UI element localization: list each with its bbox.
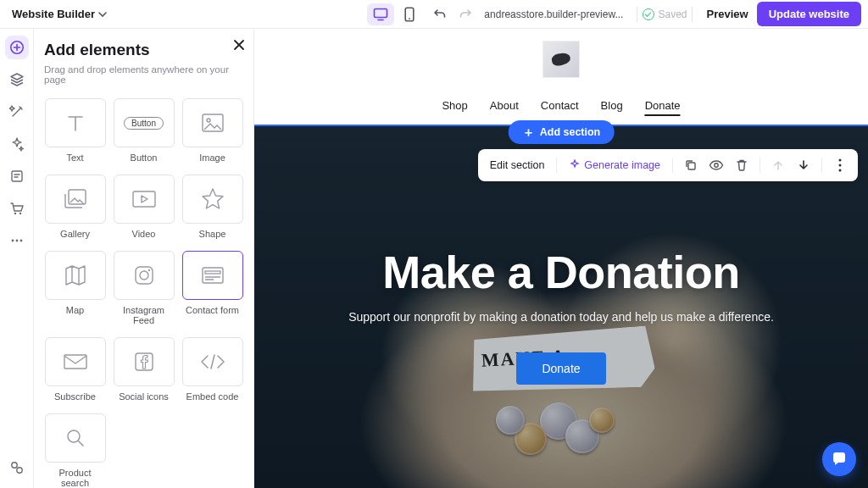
more-rail-button[interactable] — [5, 229, 29, 252]
divider — [692, 7, 693, 22]
arrow-down-icon — [798, 159, 810, 171]
note-icon — [9, 169, 25, 184]
check-icon — [643, 8, 654, 20]
store-rail-button[interactable] — [5, 197, 29, 220]
element-label: Subscribe — [54, 391, 96, 402]
copy-icon — [684, 158, 698, 172]
svg-rect-0 — [375, 8, 387, 17]
search-icon — [64, 426, 87, 450]
mobile-view-button[interactable] — [396, 3, 423, 25]
form-icon — [200, 265, 225, 286]
element-map[interactable] — [45, 251, 106, 300]
element-label: Shape — [199, 229, 226, 239]
duplicate-button[interactable] — [680, 154, 702, 176]
chat-icon — [831, 451, 848, 468]
move-up-button[interactable] — [767, 154, 789, 176]
trash-icon — [736, 158, 748, 172]
site-header[interactable]: Shop About Contact Blog Donate — [254, 29, 868, 126]
top-bar: Website Builder andreasstore.builder-pre… — [0, 0, 868, 29]
sections-rail-button[interactable] — [5, 68, 29, 92]
nav-item-contact[interactable]: Contact — [541, 99, 579, 116]
element-video[interactable] — [114, 175, 175, 224]
plus-circle-icon — [9, 40, 25, 55]
element-contact-form[interactable] — [182, 251, 243, 300]
element-embed-code[interactable] — [182, 337, 243, 386]
map-icon — [63, 263, 88, 287]
element-image[interactable] — [182, 98, 243, 147]
undo-icon — [433, 8, 447, 21]
styles-rail-button[interactable] — [5, 100, 29, 124]
svg-point-11 — [16, 468, 21, 473]
add-section-button[interactable]: ＋ Add section — [509, 120, 615, 144]
history-controls — [430, 4, 476, 25]
update-website-button[interactable]: Update website — [757, 2, 861, 26]
wand-icon — [9, 104, 25, 119]
element-shape[interactable] — [182, 175, 243, 224]
svg-rect-21 — [64, 355, 86, 369]
app-title-dropdown[interactable]: Website Builder — [7, 4, 112, 24]
svg-point-8 — [15, 240, 18, 242]
save-status: Saved — [643, 8, 687, 20]
link-icon — [9, 460, 25, 475]
element-label: Video — [132, 229, 156, 239]
cart-icon — [9, 201, 25, 216]
redo-button[interactable] — [455, 4, 476, 25]
divider — [760, 158, 760, 173]
site-nav: Shop About Contact Blog Donate — [442, 99, 680, 116]
svg-point-13 — [207, 119, 210, 122]
dots-icon — [9, 238, 25, 243]
element-gallery[interactable] — [45, 175, 106, 224]
edit-section-button[interactable]: Edit section — [485, 156, 550, 175]
device-toggle — [367, 3, 423, 25]
svg-point-2 — [409, 18, 410, 19]
element-label: Button — [131, 152, 158, 163]
svg-rect-20 — [205, 271, 220, 274]
desktop-icon — [373, 8, 388, 21]
redo-icon — [459, 8, 472, 21]
svg-point-7 — [11, 240, 14, 242]
element-subscribe[interactable] — [45, 337, 106, 386]
ai-rail-button[interactable] — [5, 132, 29, 156]
move-down-button[interactable] — [793, 154, 815, 176]
delete-button[interactable] — [731, 154, 753, 176]
element-social-icons[interactable] — [114, 337, 175, 386]
more-options-button[interactable] — [829, 154, 851, 176]
hero-heading[interactable]: Make a Donation — [382, 246, 740, 298]
element-product-search[interactable] — [45, 413, 106, 463]
help-chat-button[interactable] — [822, 442, 856, 476]
settings-rail-button[interactable] — [5, 456, 29, 480]
generate-image-label: Generate image — [584, 159, 660, 171]
svg-point-6 — [19, 213, 20, 214]
svg-point-9 — [19, 240, 22, 242]
nav-item-blog[interactable]: Blog — [601, 99, 623, 116]
svg-point-26 — [839, 159, 842, 162]
eye-icon — [709, 159, 724, 171]
element-button[interactable]: Button — [114, 98, 175, 147]
chevron-down-icon — [98, 10, 107, 19]
close-panel-button[interactable] — [233, 39, 245, 51]
add-elements-panel: Add elements Drag and drop elements anyw… — [34, 29, 254, 488]
blog-rail-button[interactable] — [5, 164, 29, 188]
svg-point-17 — [140, 271, 148, 280]
element-instagram-feed[interactable] — [114, 251, 175, 300]
left-rail — [0, 29, 34, 488]
nav-item-donate[interactable]: Donate — [645, 99, 681, 116]
desktop-view-button[interactable] — [367, 3, 394, 25]
nav-item-about[interactable]: About — [490, 99, 519, 116]
site-logo[interactable] — [542, 41, 580, 78]
add-elements-rail-button[interactable] — [5, 36, 29, 59]
arrow-up-icon — [772, 159, 784, 171]
visibility-button[interactable] — [705, 154, 727, 176]
element-label: Social icons — [119, 391, 169, 402]
undo-button[interactable] — [430, 4, 450, 25]
element-text[interactable] — [45, 98, 106, 147]
preview-url[interactable]: andreasstore.builder-preview... — [484, 8, 623, 20]
donate-button[interactable]: Donate — [516, 352, 605, 385]
hero-subtext[interactable]: Support our nonprofit by making a donati… — [348, 310, 774, 324]
generate-image-button[interactable]: Generate image — [564, 156, 665, 175]
nav-item-shop[interactable]: Shop — [442, 99, 467, 116]
panel-title: Add elements — [44, 41, 243, 59]
svg-point-10 — [11, 463, 16, 468]
preview-button[interactable]: Preview — [706, 8, 748, 20]
element-label: Text — [66, 152, 83, 163]
